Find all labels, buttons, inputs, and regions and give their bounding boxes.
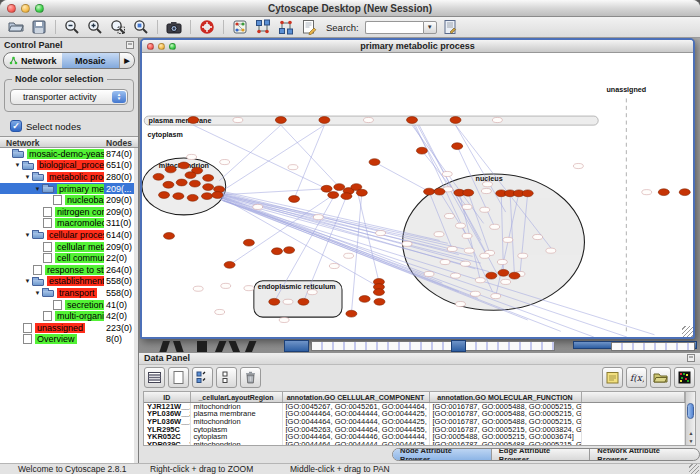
unselect-attributes-icon[interactable]	[216, 367, 237, 388]
table-cell[interactable]: cytoplasm	[190, 426, 282, 434]
tree-item[interactable]: unassigned223(0)	[0, 322, 134, 334]
network-node[interactable]	[187, 194, 198, 201]
table-cell[interactable]: [GO:0045263, GO:0044464, GO:0044455, G..…	[282, 426, 429, 434]
column-header[interactable]: ID	[144, 392, 190, 402]
tab-network[interactable]: Network	[4, 53, 62, 68]
tree-item[interactable]: nitrogen compo209(0)	[0, 206, 134, 218]
table-cell[interactable]: [GO:0016787, GO:0005488, GO:0005215, G..…	[429, 418, 581, 426]
column-header[interactable]: annotation.GO CELLULAR_COMPONENT	[282, 392, 429, 402]
browser-tab[interactable]: Node Attribute Browser	[393, 449, 492, 460]
network-node[interactable]	[298, 298, 309, 305]
zoom-selected-icon[interactable]	[108, 18, 128, 37]
table-row[interactable]: YKR052Ccytoplasm[GO:0044464, GO:0044446,…	[144, 433, 685, 441]
layout-b-icon[interactable]	[276, 18, 296, 37]
tree-item[interactable]: nucleobase-209(0)	[0, 194, 134, 206]
table-cell[interactable]: [GO:0044464, GO:0044444, GO:0044425, G..…	[282, 410, 429, 418]
expand-arrow-icon[interactable]: ▼	[23, 174, 32, 180]
table-cell[interactable]: cytoplasm	[190, 433, 282, 441]
network-node[interactable]	[321, 185, 332, 192]
window-resize-grip[interactable]	[689, 464, 699, 474]
table-cell[interactable]: YDR039C__1	[144, 441, 190, 447]
tab-mosaic[interactable]: Mosaic	[62, 53, 120, 68]
tree-item[interactable]: secretion41(0)	[0, 299, 134, 311]
tree-item[interactable]: mosaic-demo-yeast874(0)	[0, 148, 134, 160]
tree-item[interactable]: ▼cellular process614(0)	[0, 229, 134, 241]
table-cell[interactable]: [GO:0016787, GO:0005488, GO:0005215, G..…	[429, 441, 581, 447]
network-node[interactable]	[212, 192, 223, 199]
background-window[interactable]	[451, 340, 466, 352]
table-cell[interactable]: [GO:0045267, GO:0045261, GO:0044464, G..…	[282, 402, 429, 410]
new-attribute-icon[interactable]	[168, 367, 189, 388]
table-cell[interactable]: [GO:0016787, GO:0005488, GO:0005215, G..…	[429, 402, 581, 410]
network-node[interactable]	[522, 190, 533, 197]
network-node[interactable]	[406, 117, 417, 124]
table-cell[interactable]: mitochondrion	[190, 418, 282, 426]
label-icon[interactable]	[602, 367, 623, 388]
table-row[interactable]: YPL036W__2plasma membrane[GO:0044464, GO…	[144, 410, 685, 418]
table-cell[interactable]: YJR121W__1	[144, 402, 190, 410]
vizmapper-icon[interactable]	[230, 18, 250, 37]
browser-tab[interactable]: Edge Attribute Browser	[492, 449, 590, 460]
network-node[interactable]	[334, 184, 345, 191]
network-node[interactable]	[203, 175, 214, 182]
search-dropdown-button[interactable]: ▼	[423, 21, 437, 34]
network-node[interactable]	[203, 184, 214, 191]
column-header[interactable]: annotation.GO MOLECULAR_FUNCTION	[429, 392, 581, 402]
network-frame-titlebar[interactable]: primary metabolic process	[142, 40, 693, 53]
network-node[interactable]	[328, 192, 339, 199]
network-node[interactable]	[185, 172, 196, 179]
tree-item[interactable]: multi-organism pro42(0)	[0, 310, 134, 322]
network-node[interactable]	[202, 193, 213, 200]
network-node[interactable]	[346, 310, 357, 317]
help-icon[interactable]	[197, 18, 217, 37]
network-node[interactable]	[424, 188, 435, 195]
scrollbar-thumb[interactable]	[687, 403, 694, 419]
tree-item[interactable]: ▼metabolic process280(0)	[0, 171, 134, 183]
layout-a-icon[interactable]	[253, 18, 273, 37]
network-node[interactable]	[224, 261, 235, 268]
expand-arrow-icon[interactable]: ▼	[23, 232, 32, 238]
window-titlebar[interactable]: Cytoscape Desktop (New Session)	[0, 0, 700, 17]
network-node[interactable]	[159, 192, 170, 199]
network-node[interactable]	[165, 166, 176, 173]
attribute-matrix-icon[interactable]	[144, 367, 165, 388]
network-node[interactable]	[243, 239, 254, 246]
network-node[interactable]	[486, 272, 497, 279]
network-node[interactable]	[176, 179, 187, 186]
network-node[interactable]	[679, 189, 690, 196]
attribute-table[interactable]: ID_cellularLayoutRegionannotation.GO CEL…	[144, 392, 685, 446]
network-node[interactable]	[188, 117, 199, 124]
select-nodes-checkbox[interactable]: ✓	[10, 120, 22, 132]
network-node[interactable]	[275, 117, 286, 124]
zoom-fit-icon[interactable]	[131, 18, 151, 37]
table-cell[interactable]: [GO:0016787, GO:0005215, GO:0003824, G..…	[429, 426, 581, 434]
background-window[interactable]	[311, 341, 555, 351]
heatmap-icon[interactable]	[674, 367, 695, 388]
network-node[interactable]	[509, 272, 520, 279]
table-cell[interactable]: [GO:0044464, GO:0044444, GO:0044425, G..…	[282, 418, 429, 426]
table-cell[interactable]: YPL036W__1	[144, 418, 190, 426]
network-node[interactable]	[658, 189, 669, 196]
table-cell[interactable]: mitochondrion	[190, 441, 282, 447]
zoom-in-icon[interactable]	[85, 18, 105, 37]
table-cell[interactable]: mitochondrion	[190, 402, 282, 410]
table-row[interactable]: YJR121W__1mitochondrion[GO:0045267, GO:0…	[144, 402, 685, 410]
background-window[interactable]	[611, 342, 695, 351]
network-node[interactable]	[369, 159, 380, 166]
network-node[interactable]	[271, 248, 282, 255]
expand-arrow-icon[interactable]: ▼	[33, 186, 42, 192]
table-cell[interactable]: YKR052C	[144, 433, 190, 441]
network-node[interactable]	[498, 269, 509, 276]
column-header[interactable]: _cellularLayoutRegion	[190, 392, 282, 402]
network-node[interactable]	[153, 173, 164, 180]
zoom-out-icon[interactable]	[62, 18, 82, 37]
float-data-panel-icon[interactable]	[687, 354, 695, 362]
table-row[interactable]: YDR039C__1mitochondrion[GO:0044464, GO:0…	[144, 441, 685, 447]
table-cell[interactable]: [GO:0044464, GO:0044446, GO:0044444, G..…	[282, 433, 429, 441]
frame-resize-grip[interactable]	[682, 326, 693, 337]
snapshot-icon[interactable]	[164, 18, 184, 37]
network-node[interactable]	[289, 196, 300, 203]
tree-item[interactable]: ▼transport558(0)	[0, 287, 134, 299]
network-node[interactable]	[463, 189, 474, 196]
network-node[interactable]	[450, 117, 461, 124]
